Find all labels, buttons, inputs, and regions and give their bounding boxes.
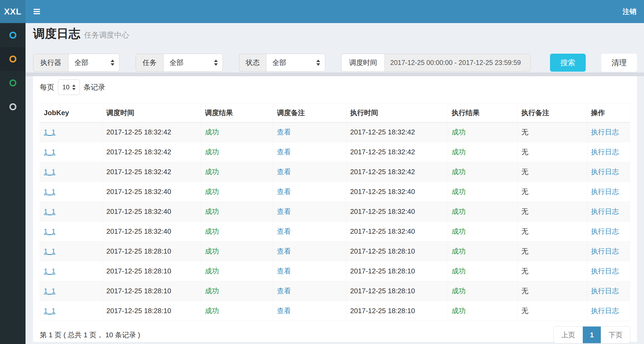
trigger-time-filter-label: 调度时间	[341, 54, 385, 72]
jobkey-link[interactable]: 1_1	[44, 188, 55, 196]
trigger_msg-link[interactable]: 查看	[277, 227, 291, 235]
cell-trigger_time: 2017-12-25 18:28:10	[102, 301, 201, 321]
handle_result-status: 成功	[452, 267, 466, 275]
table-row: 1_12017-12-25 18:32:42成功查看2017-12-25 18:…	[40, 122, 630, 142]
trigger_result-status: 成功	[205, 128, 219, 136]
next-page-button[interactable]: 下页	[601, 327, 630, 343]
executor-filter-select[interactable]: 全部	[68, 54, 120, 72]
cell-handle_result: 成功	[448, 202, 517, 222]
trigger_msg-link[interactable]: 查看	[277, 188, 291, 196]
cell-trigger_result: 成功	[201, 142, 273, 162]
cell-trigger_msg: 查看	[273, 182, 346, 202]
pagination-summary: 第 1 页 ( 总共 1 页， 10 条记录 )	[40, 330, 140, 340]
trigger_msg-link[interactable]: 查看	[277, 148, 291, 156]
action-link[interactable]: 执行日志	[591, 307, 619, 315]
cell-action: 执行日志	[587, 222, 630, 241]
current-page-button[interactable]: 1	[583, 327, 601, 343]
trigger_msg-link[interactable]: 查看	[277, 168, 291, 176]
trigger_result-status: 成功	[205, 247, 219, 255]
cell-jobkey: 1_1	[40, 142, 103, 162]
jobkey-link[interactable]: 1_1	[44, 148, 55, 156]
select-arrows-icon	[316, 60, 320, 66]
jobkey-link[interactable]: 1_1	[44, 168, 55, 176]
cell-handle_result: 成功	[448, 241, 517, 261]
navbar: 注销	[26, 0, 644, 23]
page-size-select[interactable]: 10	[58, 79, 80, 95]
jobkey-link[interactable]: 1_1	[44, 128, 55, 136]
clear-button[interactable]: 清理	[601, 54, 637, 72]
action-link[interactable]: 执行日志	[591, 267, 619, 275]
trigger_msg-link[interactable]: 查看	[277, 207, 291, 215]
handle_result-status: 成功	[452, 168, 466, 176]
action-link[interactable]: 执行日志	[591, 247, 619, 255]
trigger_msg-link[interactable]: 查看	[277, 128, 291, 136]
cell-jobkey: 1_1	[40, 261, 103, 281]
trigger_result-status: 成功	[205, 168, 219, 176]
sidebar-item-menu-1[interactable]	[0, 23, 26, 47]
cell-jobkey: 1_1	[40, 301, 103, 321]
page-header: 调度日志 任务调度中心	[33, 26, 129, 47]
action-link[interactable]: 执行日志	[591, 148, 619, 156]
jobkey-link[interactable]: 1_1	[44, 207, 55, 215]
trigger_msg-link[interactable]: 查看	[277, 287, 291, 295]
app-logo[interactable]: XXL	[0, 0, 26, 23]
cell-trigger_time: 2017-12-25 18:32:42	[102, 122, 201, 142]
job-filter-select[interactable]: 全部	[163, 54, 223, 72]
prev-page-button[interactable]: 上页	[554, 327, 583, 343]
cell-jobkey: 1_1	[40, 122, 103, 142]
action-link[interactable]: 执行日志	[591, 287, 619, 295]
action-link[interactable]: 执行日志	[591, 128, 619, 136]
cell-jobkey: 1_1	[40, 241, 103, 261]
filter-toolbar: 执行器 全部 任务 全部 状态 全部	[33, 54, 637, 72]
cell-trigger_result: 成功	[201, 202, 273, 222]
column-header-trigger_time: 调度时间	[102, 104, 201, 122]
action-link[interactable]: 执行日志	[591, 188, 619, 196]
trigger-time-range-input[interactable]: 2017-12-25 00:00:00 - 2017-12-25 23:59:5…	[385, 54, 531, 72]
sidebar-item-menu-3[interactable]	[0, 71, 26, 95]
search-button[interactable]: 搜索	[550, 54, 586, 72]
jobkey-link[interactable]: 1_1	[44, 287, 55, 295]
trigger_result-status: 成功	[205, 267, 219, 275]
toolbar-divider	[26, 72, 644, 76]
table-row: 1_12017-12-25 18:28:10成功查看2017-12-25 18:…	[40, 281, 630, 301]
cell-handle_result: 成功	[448, 162, 517, 182]
select-arrows-icon	[111, 60, 114, 66]
jobkey-link[interactable]: 1_1	[44, 247, 55, 255]
page-size-control: 每页 10 条记录	[40, 79, 630, 95]
handle_result-status: 成功	[452, 287, 466, 295]
xxl-job-admin-app: XXL 注销 调度日志 任务调度中心 执行器 全部 任务	[0, 0, 644, 344]
cell-trigger_time: 2017-12-25 18:32:40	[102, 182, 201, 202]
cell-trigger_msg: 查看	[273, 241, 346, 261]
handle_result-status: 成功	[452, 148, 466, 156]
trigger_result-status: 成功	[205, 188, 219, 196]
circle-icon	[9, 79, 16, 86]
logout-link[interactable]: 注销	[623, 7, 636, 16]
cell-action: 执行日志	[587, 241, 630, 261]
cell-handle_msg: 无	[518, 162, 587, 182]
sidebar-item-menu-4[interactable]	[0, 95, 26, 119]
table-row: 1_12017-12-25 18:32:40成功查看2017-12-25 18:…	[40, 202, 630, 222]
jobkey-link[interactable]: 1_1	[44, 307, 55, 315]
action-link[interactable]: 执行日志	[591, 168, 619, 176]
cell-trigger_msg: 查看	[273, 281, 346, 301]
table-row: 1_12017-12-25 18:32:40成功查看2017-12-25 18:…	[40, 182, 630, 202]
action-link[interactable]: 执行日志	[591, 227, 619, 235]
jobkey-link[interactable]: 1_1	[44, 267, 55, 275]
circle-icon	[9, 56, 16, 63]
select-arrows-icon	[214, 60, 218, 66]
status-filter-label: 状态	[239, 54, 266, 72]
status-filter-select[interactable]: 全部	[266, 54, 325, 72]
job-filter-label: 任务	[136, 54, 163, 72]
sidebar-toggle-icon[interactable]	[34, 9, 40, 14]
cell-trigger_time: 2017-12-25 18:32:40	[102, 222, 201, 241]
trigger_msg-link[interactable]: 查看	[277, 247, 291, 255]
trigger_msg-link[interactable]: 查看	[277, 267, 291, 275]
cell-trigger_result: 成功	[201, 222, 273, 241]
top-navbar: XXL 注销	[0, 0, 644, 23]
jobkey-link[interactable]: 1_1	[44, 227, 55, 235]
action-link[interactable]: 执行日志	[591, 207, 619, 215]
sidebar-item-menu-2[interactable]	[0, 47, 26, 71]
status-filter-group: 状态 全部	[239, 54, 325, 72]
cell-trigger_result: 成功	[201, 281, 273, 301]
trigger_msg-link[interactable]: 查看	[277, 307, 291, 315]
